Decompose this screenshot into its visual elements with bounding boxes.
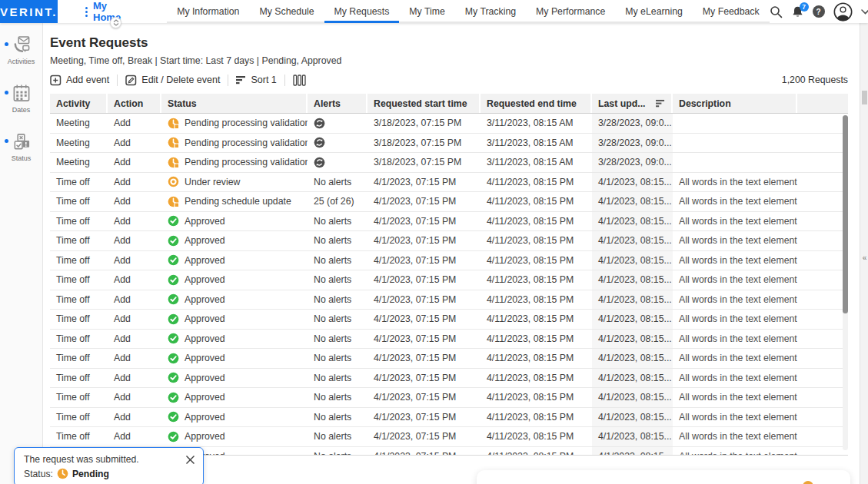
table-row[interactable]: Time off Add Approved No alerts 4/1/2023…: [50, 408, 848, 428]
cell-requested-start: 4/1/2023, 07:15 PM: [367, 369, 481, 388]
tab-my-performance[interactable]: My Performance: [526, 0, 615, 23]
table-row[interactable]: Time off Add Approved No alerts 4/1/2023…: [50, 427, 848, 447]
cell-empty: [797, 231, 848, 250]
columns-button[interactable]: [293, 75, 306, 86]
table-row[interactable]: Time off Add Pending schedule update 25 …: [50, 192, 848, 212]
cell-alerts: No alerts: [308, 330, 367, 349]
cell-status: Approved: [161, 290, 308, 310]
search-icon[interactable]: [770, 5, 783, 18]
status-text: Approved: [185, 294, 225, 305]
toast-status-value: Pending: [72, 469, 109, 479]
column-header-last-updated[interactable]: Last upd...: [592, 94, 673, 113]
cell-requested-start: 4/1/2023, 07:15 PM: [367, 408, 481, 427]
table-body: Meeting Add Pending processing validatio…: [50, 114, 848, 456]
table-row[interactable]: Meeting Add Pending processing validatio…: [50, 153, 848, 173]
cell-description: All words in the text element...: [673, 290, 797, 310]
help-icon[interactable]: ?: [813, 5, 825, 18]
page-title: Event Requests: [50, 35, 148, 51]
cell-status: Pending processing validations: [161, 153, 308, 172]
tab-my-tracking[interactable]: My Tracking: [455, 0, 526, 23]
tab-my-requests[interactable]: My Requests: [324, 0, 400, 23]
expand-panel-icon[interactable]: «: [860, 254, 868, 262]
column-header-status[interactable]: Status: [161, 94, 308, 113]
column-header-requested-end[interactable]: Requested end time: [481, 94, 592, 113]
sort-button[interactable]: Sort 1: [236, 75, 276, 85]
status-text: Under review: [185, 177, 240, 187]
cell-alerts: No alerts: [308, 349, 367, 368]
kebab-menu-icon[interactable]: [85, 7, 88, 17]
column-header-activity[interactable]: Activity: [50, 94, 108, 113]
cell-description: All words in the text element...: [673, 447, 797, 456]
status-text: Pending processing validations: [185, 157, 308, 167]
cell-status: Approved: [161, 349, 308, 368]
approved-status-icon: [168, 392, 179, 403]
tab-my-schedule[interactable]: My Schedule: [249, 0, 324, 23]
notifications-bell-icon[interactable]: 7: [791, 5, 804, 18]
table-row[interactable]: Meeting Add Pending processing validatio…: [50, 134, 848, 154]
page-scrollbar-thumb[interactable]: [862, 91, 867, 104]
cell-empty: [797, 290, 848, 310]
chevron-down-icon[interactable]: [861, 9, 868, 15]
tab-my-elearning[interactable]: My eLearning: [615, 0, 693, 23]
column-header-alerts[interactable]: Alerts: [308, 94, 367, 113]
approved-status-icon: [168, 215, 179, 227]
table-row[interactable]: Time off Add Approved No alerts 4/1/2023…: [50, 388, 848, 408]
cell-last-updated: 4/1/2023, 08:15: [592, 447, 673, 456]
cell-requested-start: 4/1/2023, 07:15 PM: [367, 231, 481, 250]
cell-status: Approved: [161, 330, 308, 349]
avatar[interactable]: [833, 2, 853, 22]
table-row[interactable]: Time off Add Approved No alerts 4/1/2023…: [50, 330, 848, 350]
top-bar: VERINT. My Home My InformationMy Schedul…: [0, 0, 868, 23]
sidebar-item-status[interactable]: Status: [0, 132, 42, 162]
table-row[interactable]: Time off Add Approved No alerts 4/1/2023…: [50, 251, 848, 271]
cell-action: Add: [108, 231, 161, 250]
status-text: Approved: [185, 274, 225, 285]
table-scrollbar-thumb[interactable]: [843, 115, 848, 313]
cell-last-updated: 4/1/2023, 08:15...: [592, 408, 673, 427]
cell-activity: Time off: [50, 427, 108, 446]
tab-my-feedback[interactable]: My Feedback: [693, 0, 770, 23]
close-toast-icon[interactable]: [185, 455, 195, 465]
table-row[interactable]: Time off Add Approved No alerts 4/1/2023…: [50, 310, 848, 330]
pending-status-icon: [168, 196, 179, 207]
cell-alerts: No alerts: [308, 408, 367, 427]
cell-requested-start: 3/18/2023, 07:15 PM: [367, 153, 481, 172]
collapse-header-button[interactable]: [110, 17, 121, 28]
table-row[interactable]: Time off Add Approved No alerts 4/1/2023…: [50, 212, 848, 232]
cell-empty: [797, 388, 848, 407]
add-event-icon: [50, 75, 62, 86]
approved-status-icon: [168, 254, 179, 266]
cell-activity: Meeting: [50, 134, 108, 153]
status-text: Approved: [185, 216, 225, 227]
cell-activity: Time off: [50, 270, 108, 290]
tab-my-information[interactable]: My Information: [167, 0, 249, 23]
sidebar-item-dates[interactable]: Dates: [0, 84, 42, 114]
table-row[interactable]: Time off Add Under review No alerts 4/1/…: [50, 173, 848, 193]
column-header-requested-start[interactable]: Requested start time: [367, 94, 481, 113]
table-scrollbar[interactable]: [843, 115, 848, 450]
cell-last-updated: 4/1/2023, 08:15...: [592, 349, 673, 368]
table-row[interactable]: Time off Add Approved No alerts 4/1/2023…: [50, 369, 848, 389]
cell-requested-end: 4/11/2023, 08:15 PM: [481, 251, 592, 270]
table-row[interactable]: Time off Add Approved No alerts 4/1/2023…: [50, 231, 848, 251]
cell-empty: [797, 408, 848, 427]
last-updated-label: Last upd...: [598, 98, 646, 109]
column-header-action[interactable]: Action: [108, 94, 161, 113]
sidebar-item-activities[interactable]: Activities: [0, 35, 42, 65]
cell-requested-start: 4/1/2023, 07:15 PM: [367, 388, 481, 407]
edit-delete-event-button[interactable]: Edit / Delete event: [125, 75, 220, 86]
cell-last-updated: 4/1/2023, 08:15...: [592, 310, 673, 329]
cell-last-updated: 4/1/2023, 08:15...: [592, 251, 673, 270]
add-event-button[interactable]: Add event: [50, 75, 109, 86]
column-header-description[interactable]: Description: [673, 94, 797, 113]
table-row[interactable]: Time off Add Approved No alerts 4/1/2023…: [50, 349, 848, 369]
table-row[interactable]: Time off Add Approved No alerts 4/1/2023…: [50, 270, 848, 290]
table-row[interactable]: Time off Add Approved No alerts 4/1/2023…: [50, 290, 848, 310]
table-header: Activity Action Status Alerts Requested …: [50, 94, 848, 114]
sidebar-item-label: Status: [12, 154, 32, 162]
active-filter-dot: [5, 42, 8, 46]
table-row[interactable]: Meeting Add Pending processing validatio…: [50, 114, 848, 134]
tab-my-time[interactable]: My Time: [399, 0, 454, 23]
cell-action: Add: [108, 192, 161, 211]
cell-requested-end: 4/11/2023, 08:15 PM: [481, 192, 592, 211]
